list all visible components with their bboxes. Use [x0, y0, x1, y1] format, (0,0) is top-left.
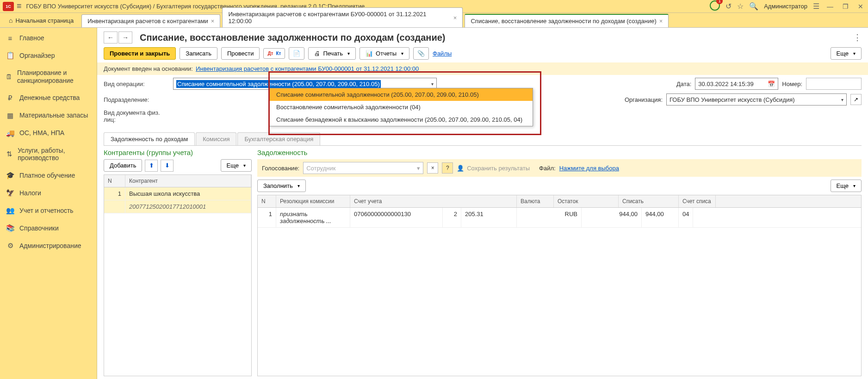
- debit-credit-icon[interactable]: ДтКт: [263, 48, 285, 59]
- move-down-button[interactable]: ⬇: [161, 160, 174, 172]
- files-link[interactable]: Файлы: [433, 50, 452, 57]
- sidebar-item-planning[interactable]: 🗓Планирование и санкционирование: [0, 64, 97, 89]
- col-n: N: [258, 195, 276, 207]
- tab-inventory-doc[interactable]: Инвентаризация расчетов с контрагентами …: [222, 7, 463, 27]
- date-label: Дата:: [676, 81, 691, 87]
- planning-icon: 🗓: [6, 73, 12, 81]
- sidebar-item-reference[interactable]: 📚Справочники: [0, 219, 97, 237]
- op-type-label: Вид операции:: [104, 81, 168, 87]
- organizer-icon: 📋: [6, 51, 15, 60]
- home-tab-label: Начальная страница: [15, 17, 74, 24]
- save-results-button[interactable]: 👤 Сохранить результаты: [457, 165, 530, 172]
- table-row[interactable]: 1 Высшая школа искусства: [104, 187, 251, 200]
- close-icon[interactable]: ✕: [856, 3, 865, 10]
- move-up-button[interactable]: ⬆: [145, 160, 158, 172]
- voting-input[interactable]: Сотрудник ▾: [303, 162, 423, 174]
- form-area: Вид операции: Списание сомнительной задо…: [97, 75, 868, 130]
- chevron-down-icon: ▾: [841, 97, 843, 102]
- restore-icon[interactable]: ❐: [841, 3, 850, 10]
- col-account: Счет учета: [350, 195, 517, 207]
- basis-link[interactable]: Инвентаризация расчетов с контрагентами …: [196, 65, 419, 72]
- sidebar-item-organizer[interactable]: 📋Органайзер: [0, 47, 97, 64]
- star-icon[interactable]: ☆: [737, 2, 744, 11]
- voting-bar: Голосование: Сотрудник ▾ × ? 👤 Сохранить…: [257, 159, 862, 177]
- col-currency: Валюта: [517, 195, 554, 207]
- sidebar-item-services[interactable]: ⇅Услуги, работы, производство: [0, 142, 97, 167]
- settings-icon[interactable]: ☰: [813, 2, 819, 11]
- tab-inventory[interactable]: Инвентаризация расчетов с контрагентами …: [81, 14, 220, 27]
- reports-button[interactable]: 📊 Отчеты▾: [360, 47, 409, 60]
- sidebar-item-os[interactable]: 🚚ОС, НМА, НПА: [0, 124, 97, 142]
- calendar-icon: 📅: [768, 81, 775, 87]
- col-contractor: Контрагент: [125, 175, 251, 187]
- notifications-icon[interactable]: 1: [710, 0, 720, 12]
- chevron-down-icon: ▾: [431, 81, 434, 87]
- topbar-right: 1 ↺ ☆ 🔍 Администратор ☰ — ❐ ✕: [710, 0, 865, 12]
- post-close-button[interactable]: Провести и закрыть: [104, 47, 176, 60]
- division-label: Подразделение:: [104, 96, 168, 103]
- tab-writeoff[interactable]: Списание, восстановление задолженности п…: [465, 14, 669, 27]
- dropdown-option[interactable]: Списание сомнительной задолженности (205…: [270, 88, 533, 101]
- doc-tab-operation[interactable]: Бухгалтерская операция: [237, 132, 320, 145]
- tab-close-icon[interactable]: ×: [659, 18, 663, 25]
- dropdown-option[interactable]: Списание безнадежной к взысканию задолже…: [270, 113, 533, 126]
- number-label: Номер:: [782, 81, 802, 87]
- more-button[interactable]: Еще▾: [221, 159, 252, 172]
- doctype-label: Вид документа физ. лиц:: [104, 109, 173, 123]
- content: ← → Списание, восстановление задолженнос…: [97, 28, 868, 379]
- add-button[interactable]: Добавить: [104, 159, 142, 172]
- sidebar-item-accounting[interactable]: 👥Учет и отчетность: [0, 202, 97, 219]
- sidebar-item-admin[interactable]: ⚙Администрирование: [0, 237, 97, 255]
- back-button[interactable]: ←: [104, 31, 118, 43]
- toolbar: Провести и закрыть Записать Провести ДтК…: [97, 44, 868, 62]
- more-button[interactable]: Еще▾: [831, 47, 862, 60]
- help-icon[interactable]: ?: [442, 162, 453, 174]
- tab-close-icon[interactable]: ×: [453, 14, 457, 21]
- contractors-title: Контрагенты (группы учета): [104, 149, 252, 156]
- table-row-sub[interactable]: 20077125020017712010001: [104, 200, 251, 213]
- file-link[interactable]: Нажмите для выбора: [559, 165, 619, 172]
- search-icon[interactable]: 🔍: [749, 2, 758, 11]
- attach-icon[interactable]: 📎: [413, 47, 429, 60]
- voting-label: Голосование:: [262, 165, 299, 172]
- tab-close-icon[interactable]: ×: [211, 18, 215, 25]
- home-icon: ⌂: [9, 17, 12, 24]
- accounting-icon: 👥: [6, 206, 15, 215]
- col-acc2: Счет списа: [679, 195, 716, 207]
- print-button[interactable]: 🖨 Печать▾: [308, 47, 356, 60]
- contractors-grid[interactable]: N Контрагент 1 Высшая школа искусства 20…: [104, 174, 252, 376]
- menu-icon[interactable]: ≡: [17, 1, 22, 11]
- save-button[interactable]: Записать: [180, 47, 217, 60]
- kebab-icon[interactable]: ⋮: [853, 32, 862, 43]
- post-button[interactable]: Провести: [221, 47, 260, 60]
- sidebar-item-money[interactable]: ₽Денежные средства: [0, 89, 97, 107]
- table-row[interactable]: 1 признать задолженность ... 07060000000…: [258, 208, 861, 228]
- col-rest: Остаток: [554, 195, 619, 207]
- sidebar-item-materials[interactable]: ▦Материальные запасы: [0, 107, 97, 124]
- sidebar-item-education[interactable]: 🎓Платное обучение: [0, 167, 97, 184]
- taxes-icon: 🦅: [6, 189, 15, 197]
- dropdown-option[interactable]: Восстановление сомнительной задолженност…: [270, 101, 533, 113]
- minimize-icon[interactable]: —: [825, 3, 835, 10]
- doc-tab-debt[interactable]: Задолженность по доходам: [104, 132, 195, 145]
- history-icon[interactable]: ↺: [725, 2, 732, 11]
- fill-button[interactable]: Заполнить▾: [257, 180, 306, 192]
- col-resolution: Резолюция комиссии: [276, 195, 350, 207]
- org-open-button[interactable]: ↗: [850, 94, 862, 105]
- home-tab[interactable]: ⌂ Начальная страница: [3, 13, 80, 27]
- forward-button[interactable]: →: [118, 31, 132, 43]
- org-select[interactable]: ГОБУ ВПО Университет искусств (Субсидия)…: [666, 93, 847, 106]
- date-input[interactable]: 30.03.2022 14:15:39 📅: [695, 78, 778, 90]
- sidebar-item-taxes[interactable]: 🦅Налоги: [0, 184, 97, 202]
- number-input[interactable]: [806, 78, 862, 90]
- user-label[interactable]: Администратор: [764, 3, 807, 10]
- debt-grid[interactable]: N Резолюция комиссии Счет учета Валюта О…: [257, 195, 862, 376]
- doc-tab-commission[interactable]: Комиссия: [196, 132, 236, 145]
- file-label: Файл:: [539, 165, 556, 172]
- clear-button[interactable]: ×: [427, 162, 438, 174]
- org-label: Организация:: [625, 96, 663, 103]
- contractors-panel: Контрагенты (группы учета) Добавить ⬆ ⬇ …: [104, 149, 252, 376]
- doc-icon[interactable]: 📄: [289, 47, 304, 60]
- more-button[interactable]: Еще▾: [831, 180, 862, 192]
- sidebar-item-main[interactable]: ≡Главное: [0, 30, 97, 47]
